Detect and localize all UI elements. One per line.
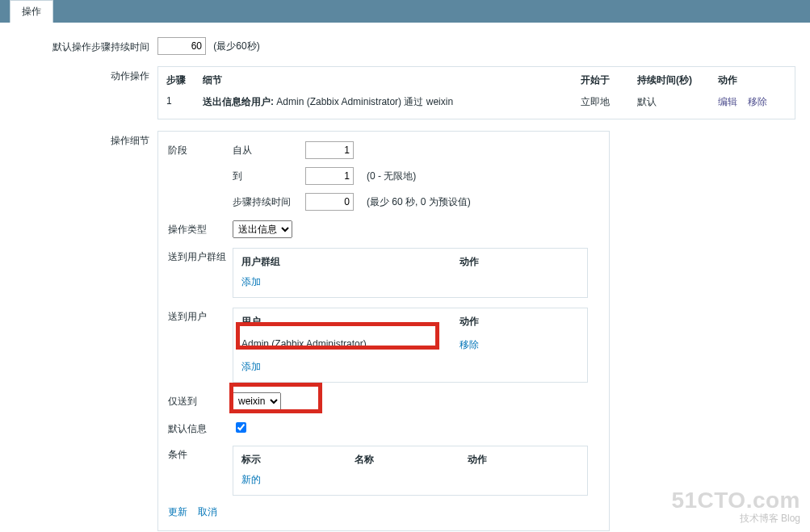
label-action-operations: 动作操作: [0, 66, 157, 83]
th-duration: 持续时间(秒): [637, 73, 718, 87]
tab-operations[interactable]: 操作: [10, 0, 53, 23]
th-action: 动作: [718, 73, 787, 87]
conditions-table: 标示 名称 动作 新的: [233, 446, 588, 496]
hint-default-step-duration: (最少60秒): [213, 40, 259, 52]
add-user-group-link[interactable]: 添加: [241, 276, 261, 287]
label-stage: 阶段: [168, 141, 233, 157]
input-from[interactable]: [305, 141, 354, 159]
hint-to: (0 - 无限地): [367, 170, 471, 183]
hint-step-duration: (最少 60 秒, 0 为预设值): [367, 195, 471, 209]
user-group-table: 用户群组 动作 添加: [233, 248, 588, 298]
remove-link[interactable]: 移除: [748, 96, 767, 107]
label-conditions: 条件: [168, 446, 233, 462]
label-to: 到: [233, 170, 305, 183]
table-row: Admin (Zabbix Administrator) 移除: [241, 335, 579, 355]
th-cond-name: 名称: [355, 453, 468, 467]
input-to[interactable]: [305, 167, 354, 185]
select-only-send-to[interactable]: weixin: [233, 392, 281, 410]
actions-table: 步骤 细节 开始于 持续时间(秒) 动作 1 送出信息给用户: Admin (Z…: [157, 66, 795, 119]
input-default-step-duration[interactable]: [157, 37, 206, 55]
th-detail: 细节: [203, 73, 581, 87]
watermark: 51CTO.com 技术博客 Blog: [671, 488, 800, 524]
label-op-type: 操作类型: [168, 220, 233, 237]
operation-detail-box: 阶段 自从 到 (0 - 无限地) 步骤持续时间 (最少 60 秒, 0 为预设…: [157, 131, 610, 531]
cell-step: 1: [166, 95, 203, 109]
th-user-group-action: 动作: [460, 255, 579, 269]
th-step: 步骤: [166, 73, 203, 87]
checkbox-default-msg[interactable]: [236, 422, 246, 433]
cell-detail-body: Admin (Zabbix Administrator) 通过 weixin: [276, 96, 453, 107]
th-cond-action: 动作: [468, 453, 487, 467]
user-table: 用户 动作 Admin (Zabbix Administrator) 移除 添加: [233, 308, 588, 383]
label-default-msg: 默认信息: [168, 420, 233, 436]
label-only-send-to: 仅送到: [168, 392, 233, 408]
cell-duration: 默认: [637, 95, 718, 109]
label-operation-detail: 操作细节: [0, 131, 157, 148]
select-op-type[interactable]: 送出信息: [233, 220, 292, 238]
label-from: 自从: [233, 144, 305, 157]
add-user-link[interactable]: 添加: [241, 361, 261, 372]
table-row: 1 送出信息给用户: Admin (Zabbix Administrator) …: [166, 92, 787, 112]
th-cond-tag: 标示: [241, 453, 355, 467]
label-send-user: 送到用户: [168, 308, 233, 324]
th-user-group: 用户群组: [241, 255, 460, 269]
edit-link[interactable]: 编辑: [718, 96, 737, 107]
th-user: 用户: [241, 315, 460, 329]
cell-detail-prefix: 送出信息给用户:: [203, 96, 276, 107]
remove-user-link[interactable]: 移除: [460, 339, 479, 350]
new-condition-link[interactable]: 新的: [241, 474, 261, 485]
cell-start: 立即地: [581, 95, 637, 109]
th-user-action: 动作: [460, 315, 579, 329]
label-step-duration: 步骤持续时间: [233, 195, 305, 209]
cell-detail: 送出信息给用户: Admin (Zabbix Administrator) 通过…: [203, 95, 581, 109]
update-link[interactable]: 更新: [168, 506, 187, 517]
label-send-user-group: 送到用户群组: [168, 248, 233, 264]
th-start: 开始于: [581, 73, 637, 87]
cancel-link[interactable]: 取消: [198, 506, 217, 517]
cell-user-name: Admin (Zabbix Administrator): [241, 338, 460, 352]
label-default-step-duration: 默认操作步骤持续时间: [0, 37, 157, 54]
input-step-duration[interactable]: [305, 193, 354, 211]
